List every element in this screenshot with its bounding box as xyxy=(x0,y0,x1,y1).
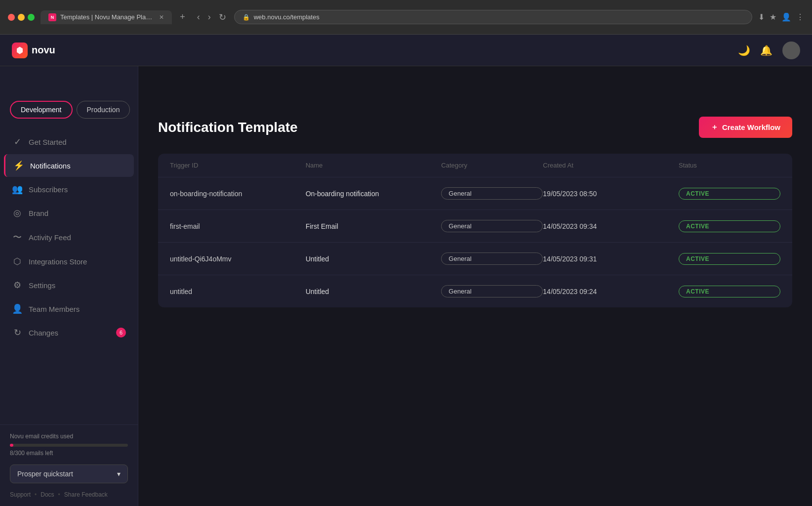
support-link[interactable]: Support xyxy=(10,491,31,498)
progress-fill xyxy=(10,444,13,447)
trigger-id-cell: on-boarding-notification xyxy=(170,190,306,198)
created-at-cell: 14/05/2023 09:31 xyxy=(543,255,679,263)
url-text: web.novu.co/templates xyxy=(254,13,320,21)
topbar-actions: 🌙 🔔 xyxy=(738,42,800,59)
new-tab-button[interactable]: + xyxy=(180,12,185,22)
table-row[interactable]: untitled-Qi6J4oMmv Untitled General 14/0… xyxy=(158,243,792,275)
footer-links: Support • Docs • Share Feedback xyxy=(10,491,128,498)
bookmark-icon[interactable]: ★ xyxy=(770,12,776,22)
theme-toggle-icon[interactable]: 🌙 xyxy=(738,44,750,56)
name-cell: Untitled xyxy=(306,288,442,295)
sidebar-item-label: Notifications xyxy=(30,162,71,170)
topbar: novu 🌙 🔔 xyxy=(0,35,812,66)
notification-table: Trigger ID Name Category Created At Stat… xyxy=(158,154,792,307)
footer-dot-2: • xyxy=(58,491,60,498)
reload-button[interactable]: ↻ xyxy=(217,10,228,25)
col-category: Category xyxy=(441,162,543,169)
table-row[interactable]: first-email First Email General 14/05/20… xyxy=(158,210,792,243)
status-badge: ACTIVE xyxy=(679,286,780,297)
menu-icon[interactable]: ⋮ xyxy=(796,12,804,22)
address-bar[interactable]: 🔒 web.novu.co/templates xyxy=(234,10,752,24)
create-workflow-button[interactable]: ＋ Create Workflow xyxy=(699,117,792,138)
sidebar-item-activity-feed[interactable]: 〜 Activity Feed xyxy=(4,225,134,249)
tab-close-button[interactable]: ✕ xyxy=(159,14,164,21)
back-button[interactable]: ‹ xyxy=(195,10,202,24)
trigger-id-cell: first-email xyxy=(170,222,306,230)
app: novu 🌙 🔔 Development Production ✓ Get St… xyxy=(0,35,812,506)
category-badge: General xyxy=(441,187,543,200)
name-cell: On-boarding notification xyxy=(306,190,442,198)
minimize-traffic-light[interactable] xyxy=(18,14,25,21)
notifications-icon: ⚡ xyxy=(13,160,24,171)
integrations-icon: ⬡ xyxy=(12,256,23,267)
category-badge: General xyxy=(441,285,543,297)
footer-dot-1: • xyxy=(35,491,37,498)
sidebar-item-label: Activity Feed xyxy=(29,233,71,242)
bell-icon[interactable]: 🔔 xyxy=(760,44,772,56)
sidebar-item-team-members[interactable]: 👤 Team Members xyxy=(4,297,134,320)
sidebar-item-notifications[interactable]: ⚡ Notifications xyxy=(4,154,134,177)
sidebar-item-changes[interactable]: ↻ Changes 6 xyxy=(4,321,134,344)
maximize-traffic-light[interactable] xyxy=(28,14,35,21)
novu-logo: novu xyxy=(12,42,55,58)
create-workflow-label: Create Workflow xyxy=(722,123,780,131)
sidebar-item-label: Settings xyxy=(29,281,55,290)
team-members-icon: 👤 xyxy=(12,303,23,314)
sidebar-item-label: Changes xyxy=(29,329,58,337)
main-content: Notification Template ＋ Create Workflow … xyxy=(138,35,812,506)
close-traffic-light[interactable] xyxy=(8,14,15,21)
browser-nav-controls: ‹ › ↻ xyxy=(195,10,228,25)
category-badge: General xyxy=(441,253,543,265)
sidebar-bottom: Novu email credits used 8/300 emails lef… xyxy=(0,424,138,506)
tab-title: Templates | Novu Manage Pla… xyxy=(60,13,152,21)
sidebar-item-label: Team Members xyxy=(29,305,80,313)
changes-icon: ↻ xyxy=(12,327,23,338)
subscribers-icon: 👥 xyxy=(12,184,23,195)
col-created-at: Created At xyxy=(543,162,679,169)
table-row[interactable]: on-boarding-notification On-boarding not… xyxy=(158,177,792,210)
browser-actions: ⬇ ★ 👤 ⋮ xyxy=(758,12,804,22)
sidebar-item-integrations[interactable]: ⬡ Integrations Store xyxy=(4,250,134,273)
created-at-cell: 14/05/2023 09:24 xyxy=(543,288,679,295)
workspace-name: Prosper quickstart xyxy=(17,470,73,478)
sidebar-item-label: Brand xyxy=(29,209,48,217)
extensions-icon[interactable]: ⬇ xyxy=(758,12,765,22)
sidebar-item-brand[interactable]: ◎ Brand xyxy=(4,202,134,224)
trigger-id-cell: untitled xyxy=(170,288,306,295)
col-name: Name xyxy=(306,162,442,169)
sidebar-item-settings[interactable]: ⚙ Settings xyxy=(4,274,134,296)
share-feedback-link[interactable]: Share Feedback xyxy=(64,491,108,498)
sidebar-item-label: Subscribers xyxy=(29,185,68,194)
workspace-select[interactable]: Prosper quickstart ▾ xyxy=(10,464,128,483)
avatar[interactable] xyxy=(782,42,800,59)
lock-icon: 🔒 xyxy=(243,14,250,21)
sidebar: Development Production ✓ Get Started ⚡ N… xyxy=(0,35,138,506)
sidebar-item-subscribers[interactable]: 👥 Subscribers xyxy=(4,178,134,201)
browser-tab[interactable]: N Templates | Novu Manage Pla… ✕ xyxy=(41,10,172,24)
env-switcher: Development Production xyxy=(0,101,138,130)
settings-icon: ⚙ xyxy=(12,280,23,291)
table-row[interactable]: untitled Untitled General 14/05/2023 09:… xyxy=(158,275,792,307)
col-trigger-id: Trigger ID xyxy=(170,162,306,169)
plus-icon: ＋ xyxy=(711,123,718,132)
col-status: Status xyxy=(679,162,780,169)
chevron-down-icon: ▾ xyxy=(117,470,121,478)
logo-text: novu xyxy=(32,44,55,56)
created-at-cell: 14/05/2023 09:34 xyxy=(543,222,679,230)
forward-button[interactable]: › xyxy=(206,10,213,24)
docs-link[interactable]: Docs xyxy=(41,491,54,498)
status-badge: ACTIVE xyxy=(679,188,780,200)
main-inner: Notification Template ＋ Create Workflow … xyxy=(138,101,812,323)
profile-icon[interactable]: 👤 xyxy=(781,12,791,22)
sidebar-item-get-started[interactable]: ✓ Get Started xyxy=(4,130,134,153)
page-title: Notification Template xyxy=(158,120,298,135)
production-env-button[interactable]: Production xyxy=(77,101,130,119)
name-cell: Untitled xyxy=(306,255,442,263)
created-at-cell: 19/05/2023 08:50 xyxy=(543,190,679,198)
changes-badge: 6 xyxy=(116,328,126,337)
sidebar-item-label: Get Started xyxy=(29,138,67,146)
development-env-button[interactable]: Development xyxy=(10,101,73,119)
emails-left: 8/300 emails left xyxy=(10,450,128,457)
tab-favicon: N xyxy=(48,13,56,21)
trigger-id-cell: untitled-Qi6J4oMmv xyxy=(170,255,306,263)
